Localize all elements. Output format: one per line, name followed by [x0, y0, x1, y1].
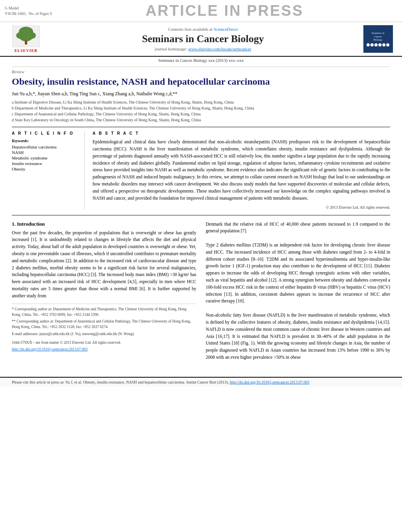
- footnote-1: * Corresponding author at: Department of…: [12, 306, 196, 318]
- body-right-col: Denmark that the relative risk of HCC of…: [206, 221, 390, 364]
- article-in-press-banner: ARTICLE IN PRESS: [52, 2, 397, 19]
- section-divider: [12, 215, 390, 215]
- article-type-label: Review: [12, 67, 390, 74]
- affiliation-2: b Department of Medicine and Therapeutic…: [12, 105, 390, 111]
- logo-circle: [378, 43, 382, 46]
- article-info-col: A R T I C L E I N F O Keywords: Hepatoce…: [12, 131, 85, 209]
- keyword-5: Obesity: [12, 167, 80, 171]
- keyword-2: NASH: [12, 150, 80, 155]
- journal-header: ELSEVIER Contents lists available at Sci…: [0, 22, 402, 57]
- journal-title: Seminars in Cancer Biology: [54, 33, 352, 45]
- body-left-col: 1. Introduction Over the past few decade…: [12, 221, 196, 364]
- svg-point-4: [20, 33, 32, 41]
- sciencedirect-link[interactable]: ScienceDirect: [214, 27, 238, 32]
- sciencedirect-line: Contents lists available at ScienceDirec…: [54, 27, 352, 32]
- authors-line: Jun Yu a,b,*, Jiayun Shen a,b, Ting Ting…: [12, 91, 390, 97]
- issn-line: 1044-579X/$ – see front matter © 2013 El…: [12, 340, 196, 345]
- logo-circle: [382, 43, 385, 46]
- keywords-label: Keywords:: [12, 139, 80, 143]
- main-content: Review Obesity, insulin resistance, NASH…: [0, 63, 402, 372]
- elsevier-tree-icon: [12, 26, 40, 47]
- keyword-4: Insulin resistance: [12, 161, 80, 166]
- elsevier-text: ELSEVIER: [15, 48, 38, 53]
- top-bar: G Model YSCBI-1065; No. of Pages 9 ARTIC…: [0, 0, 402, 22]
- logo-circles: [367, 43, 389, 46]
- footnote-email: E-mail addresses: junyu@cuhk.edu.hk (J. …: [12, 331, 196, 337]
- keyword-1: Hepatocellular carcinoma: [12, 145, 80, 149]
- bottom-notice-text: Please cite this article in press as: Yu…: [12, 380, 230, 384]
- affiliations: a Institute of Digestive Disease, Li Ka …: [12, 99, 390, 123]
- svg-rect-5: [25, 41, 27, 44]
- affiliation-4: d State Key Laboratory in Oncology in So…: [12, 117, 390, 123]
- journal-logo-box: Seminars inCancerBiology: [363, 25, 393, 53]
- logo-text: Seminars inCancerBiology: [371, 32, 384, 41]
- issn-doi-area: 1044-579X/$ – see front matter © 2013 El…: [12, 340, 196, 352]
- logo-circle: [386, 43, 389, 46]
- paper-title: Obesity, insulin resistance, NASH and he…: [12, 76, 390, 88]
- bottom-notice-bar: Please cite this article in press as: Yu…: [0, 377, 402, 387]
- model-label: G Model: [5, 6, 52, 11]
- keyword-3: Metabolic syndrome: [12, 156, 80, 160]
- journal-logo-right: Seminars inCancerBiology: [360, 25, 396, 53]
- footnote-2: ** Corresponding author at: Department o…: [12, 319, 196, 330]
- abstract-heading: A B S T R A C T: [93, 131, 390, 135]
- abstract-col: A B S T R A C T Epidemiological and clin…: [93, 131, 390, 209]
- copyright-line: © 2013 Elsevier Ltd. All rights reserved…: [93, 205, 390, 209]
- keywords-list: Hepatocellular carcinoma NASH Metabolic …: [12, 145, 80, 171]
- affiliation-3: c Department of Anatomical and Cellular …: [12, 111, 390, 117]
- abstract-text: Epidemiological and clinical data have c…: [93, 139, 390, 202]
- footnote-section: * Corresponding author at: Department of…: [12, 304, 196, 337]
- journal-homepage-link[interactable]: www.elsevier.com/locate/semcancer: [188, 46, 251, 51]
- affiliation-1: a Institute of Digestive Disease, Li Ka …: [12, 99, 390, 105]
- article-info-heading: A R T I C L E I N F O: [12, 131, 80, 135]
- intro-heading: 1. Introduction: [12, 221, 196, 227]
- doi-link[interactable]: http://dx.doi.org/10.1016/j.semcancer.20…: [12, 347, 87, 351]
- logo-circle: [374, 43, 378, 46]
- banner-area: ARTICLE IN PRESS: [52, 2, 397, 19]
- citation-line: Seminars in Cancer Biology xxx (2013) xx…: [0, 57, 402, 63]
- logo-circle: [370, 43, 374, 46]
- intro-left-para: Over the past few decades, the proportio…: [12, 230, 196, 300]
- logo-circle: [367, 43, 370, 46]
- journal-center: Contents lists available at ScienceDirec…: [46, 25, 360, 53]
- elsevier-logo: ELSEVIER: [6, 25, 46, 53]
- doi-line: http://dx.doi.org/10.1016/j.semcancer.20…: [12, 347, 196, 352]
- intro-right-para: Denmark that the relative risk of HCC of…: [206, 221, 390, 361]
- yscbi-label: YSCBI-1065; No. of Pages 9: [5, 11, 52, 17]
- journal-homepage: journal homepage: www.elsevier.com/locat…: [54, 46, 352, 51]
- article-info-abstract: A R T I C L E I N F O Keywords: Hepatoce…: [12, 127, 390, 209]
- model-info: G Model YSCBI-1065; No. of Pages 9: [5, 6, 52, 17]
- body-two-col: 1. Introduction Over the past few decade…: [12, 221, 390, 364]
- bottom-notice-link[interactable]: http://dx.doi.org/10.1016/j.semcancer.20…: [230, 380, 309, 384]
